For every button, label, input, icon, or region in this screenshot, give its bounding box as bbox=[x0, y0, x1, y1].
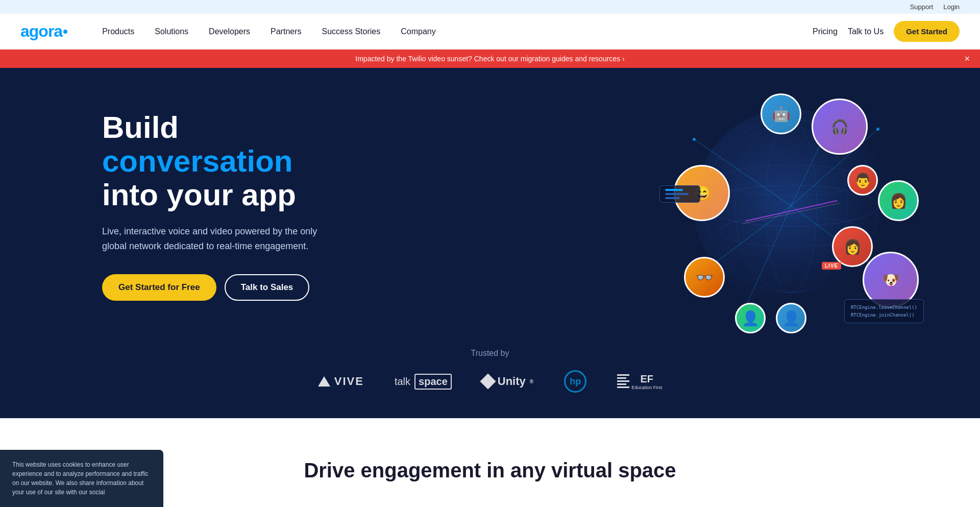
unity-label: Unity bbox=[498, 375, 526, 388]
hero-visual: 😄 🎧 🤖 👩 👨 bbox=[643, 78, 939, 333]
nav-item-company[interactable]: Company bbox=[391, 23, 445, 40]
panel-bar-2 bbox=[665, 193, 689, 195]
utility-bar: Support Login bbox=[0, 0, 980, 14]
announcement-banner: Impacted by the Twilio video sunset? Che… bbox=[0, 50, 980, 68]
cookie-text: This website uses cookies to enhance use… bbox=[12, 460, 151, 497]
hero-buttons: Get Started for Free Talk to Sales bbox=[102, 274, 327, 301]
logo[interactable]: agora bbox=[20, 22, 67, 41]
hero-content: Build conversation into your app Live, i… bbox=[0, 68, 980, 333]
avatar-inner-9: 👤 bbox=[777, 304, 805, 332]
avatar-inner-7: 👩 bbox=[834, 228, 871, 265]
panel-bar-1 bbox=[665, 189, 683, 191]
hero-text: Build conversation into your app Live, i… bbox=[102, 111, 327, 301]
avatar-bubble-2: 🎧 bbox=[812, 99, 868, 155]
avatar-bubble-robot: 🤖 bbox=[761, 93, 801, 134]
svg-point-15 bbox=[876, 128, 879, 131]
avatar-inner-5: 👓 bbox=[685, 258, 723, 296]
nav-item-developers[interactable]: Developers bbox=[200, 23, 259, 40]
panel-bar-3 bbox=[665, 197, 680, 199]
avatar-inner-8: 👤 bbox=[737, 304, 764, 332]
ef-line-2 bbox=[617, 377, 626, 379]
avatar-inner-2: 🎧 bbox=[813, 100, 866, 153]
ef-lines-icon bbox=[617, 374, 629, 388]
hero-title-highlight: conversation bbox=[102, 144, 292, 178]
get-started-free-button[interactable]: Get Started for Free bbox=[102, 274, 216, 301]
unity-cube-icon bbox=[480, 373, 496, 389]
talk-to-sales-button[interactable]: Talk to Sales bbox=[225, 274, 310, 301]
nav-item-success-stories[interactable]: Success Stories bbox=[313, 23, 390, 40]
get-started-button[interactable]: Get Started bbox=[894, 21, 960, 42]
announcement-close-button[interactable]: × bbox=[964, 54, 970, 63]
ef-line-1 bbox=[617, 374, 629, 376]
navbar-right: Pricing Talk to Us Get Started bbox=[813, 21, 960, 42]
support-link[interactable]: Support bbox=[910, 3, 934, 11]
trusted-logo-unity: Unity ® bbox=[482, 375, 533, 388]
talk-to-us-link[interactable]: Talk to Us bbox=[848, 27, 884, 36]
hero-subtitle: Live, interactive voice and video powere… bbox=[102, 224, 327, 254]
live-badge: LIVE bbox=[822, 262, 841, 270]
avatar-bubble-7: 👩 bbox=[832, 226, 873, 267]
avatar-bubble-4: 👨 bbox=[847, 165, 878, 196]
trusted-logos: VIVE talk space Unity ® hp bbox=[0, 370, 980, 393]
avatar-bubble-9: 👤 bbox=[776, 303, 806, 333]
vive-triangle-icon bbox=[318, 376, 330, 387]
ef-line-5 bbox=[617, 387, 629, 388]
ef-line-3 bbox=[617, 380, 629, 382]
ef-line-4 bbox=[617, 383, 626, 385]
logo-dot-icon bbox=[63, 30, 67, 34]
hp-circle-icon: hp bbox=[564, 370, 586, 393]
nav-item-partners[interactable]: Partners bbox=[261, 23, 310, 40]
unity-registered: ® bbox=[530, 379, 533, 384]
hero-section: Build conversation into your app Live, i… bbox=[0, 68, 980, 418]
talkspace-box: space bbox=[414, 374, 452, 390]
navbar: agora Products Solutions Developers Part… bbox=[0, 14, 980, 50]
avatar-inner-robot: 🤖 bbox=[762, 95, 800, 133]
ef-name: Education First bbox=[631, 385, 662, 391]
code-snippet: RTCEngine.leaveChannel() RTCEngine.joinC… bbox=[844, 299, 924, 323]
ef-text: EF Education First bbox=[631, 373, 662, 391]
hero-title-line1: Build bbox=[102, 110, 179, 144]
hero-title: Build conversation into your app bbox=[102, 111, 327, 212]
trusted-logo-hp: hp bbox=[564, 370, 586, 393]
cookie-banner: This website uses cookies to enhance use… bbox=[0, 450, 163, 502]
globe-container: 😄 🎧 🤖 👩 👨 bbox=[643, 78, 939, 333]
avatar-bubble-5: 👓 bbox=[684, 257, 725, 298]
trusted-logo-ef: EF Education First bbox=[617, 373, 662, 391]
logo-text: agora bbox=[20, 22, 62, 41]
avatar-inner-6: 🐶 bbox=[864, 253, 917, 306]
avatar-inner-3: 👩 bbox=[879, 182, 917, 220]
announcement-link[interactable]: Impacted by the Twilio video sunset? Che… bbox=[355, 55, 624, 63]
hero-title-line2: into your app bbox=[102, 178, 296, 212]
avatar-inner-4: 👨 bbox=[849, 166, 876, 194]
trusted-logo-talkspace: talk space bbox=[395, 374, 452, 390]
pricing-link[interactable]: Pricing bbox=[813, 27, 838, 36]
talkspace-label: talk bbox=[395, 376, 410, 388]
trusted-label: Trusted by bbox=[0, 349, 980, 358]
nav-item-products[interactable]: Products bbox=[93, 23, 143, 40]
ui-panel bbox=[659, 185, 700, 203]
ef-letters: EF bbox=[631, 373, 662, 385]
trusted-section: Trusted by VIVE talk space Unity ® hp bbox=[0, 333, 980, 418]
vive-label: VIVE bbox=[334, 375, 364, 388]
avatar-bubble-3: 👩 bbox=[878, 180, 919, 221]
svg-point-14 bbox=[693, 138, 696, 141]
nav-item-solutions[interactable]: Solutions bbox=[145, 23, 198, 40]
main-nav: Products Solutions Developers Partners S… bbox=[93, 23, 813, 40]
login-link[interactable]: Login bbox=[943, 3, 960, 11]
trusted-logo-vive: VIVE bbox=[318, 375, 364, 388]
avatar-bubble-8: 👤 bbox=[735, 303, 766, 333]
